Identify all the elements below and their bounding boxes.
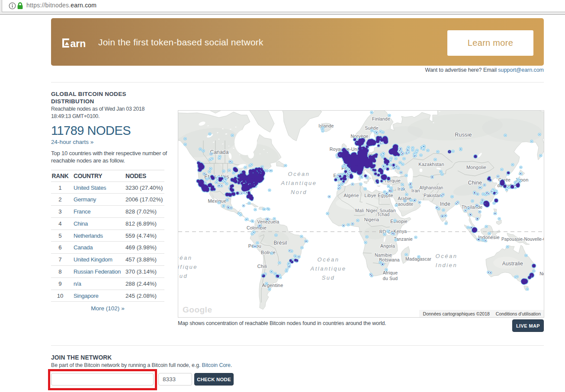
cell-country: United Kingdom	[74, 254, 125, 266]
cell-country: France	[74, 206, 125, 218]
cell-nodes: 812 (6.89%)	[125, 217, 164, 229]
cell-rank: 5	[51, 229, 74, 242]
country-link[interactable]: Germany	[74, 196, 96, 203]
country-link[interactable]: Netherlands	[74, 233, 103, 239]
bitcoin-core-link[interactable]: Bitcoin Core	[202, 362, 231, 368]
table-row: 9n/a288 (2.44%)	[51, 277, 164, 290]
cell-rank: 7	[51, 254, 74, 266]
cell-country: Netherlands	[74, 229, 125, 242]
table-row: 5Netherlands559 (4.74%)	[51, 229, 164, 242]
cell-rank: 6	[51, 242, 74, 254]
charts-link-text: 24-hour charts	[51, 139, 89, 145]
join-description-suffix: .	[231, 362, 232, 368]
cell-country: United States	[74, 182, 125, 194]
cell-country: Germany	[74, 194, 125, 206]
table-row: 2Germany2006 (17.02%)	[51, 194, 164, 206]
map-attribution: Données cartographiques ©2018Conditions …	[419, 310, 544, 317]
col-header-country: COUNTRY	[74, 170, 125, 182]
cell-country: Canada	[74, 242, 125, 254]
cell-nodes: 457 (3.88%)	[125, 254, 164, 266]
cell-rank: 3	[51, 206, 74, 218]
cell-nodes: 469 (3.98%)	[125, 242, 164, 254]
country-table: RANK COUNTRY NODES 1United States3230 (2…	[51, 170, 164, 302]
table-row: 3France828 (7.02%)	[51, 206, 164, 218]
divider-bottom	[51, 345, 544, 346]
col-header-rank: RANK	[51, 170, 74, 182]
charts-link-arrow: »	[90, 139, 94, 145]
cell-rank: 2	[51, 194, 74, 206]
cell-nodes: 370 (3.14%)	[125, 266, 164, 278]
stats-heading: GLOBAL BITCOIN NODES DISTRIBUTION	[51, 90, 142, 105]
updated-timestamp: Reachable nodes as of Wed Jan 03 2018 18…	[51, 105, 162, 121]
country-link[interactable]: Singapore	[74, 293, 98, 299]
more-countries-link[interactable]: More (102) »	[51, 305, 164, 312]
cell-rank: 9	[51, 277, 74, 290]
country-link[interactable]: China	[74, 220, 88, 227]
cell-nodes: 828 (7.02%)	[125, 206, 164, 218]
cell-nodes: 2006 (17.02%)	[125, 194, 164, 206]
top10-paragraph: Top 10 countries with their respective n…	[51, 150, 172, 165]
charts-link[interactable]: 24-hour charts »	[51, 139, 93, 145]
node-count: 11789 NODES	[51, 124, 131, 138]
table-row: 7United Kingdom457 (3.88%)	[51, 254, 164, 266]
terms-link[interactable]: Conditions d'utilisation	[496, 311, 541, 316]
learn-more-button[interactable]: Learn more	[447, 30, 533, 56]
stats-column: GLOBAL BITCOIN NODES DISTRIBUTION Reacha…	[51, 0, 164, 392]
join-heading: JOIN THE NETWORK	[51, 354, 112, 361]
table-row: 6Canada469 (3.98%)	[51, 242, 164, 254]
padlock-icon[interactable]	[17, 2, 23, 12]
cell-country: n/a	[74, 277, 125, 290]
cell-country: Singapore	[74, 290, 125, 302]
cell-country: China	[74, 217, 125, 229]
cell-nodes: 559 (4.74%)	[125, 229, 164, 242]
join-description: Be part of the Bitcoin network by runnin…	[51, 362, 232, 368]
country-link[interactable]: Canada	[74, 244, 93, 251]
more-link-arrow: »	[121, 305, 125, 312]
table-row: 10Singapore245 (2.08%)	[51, 290, 164, 302]
live-map-button[interactable]: LIVE MAP	[512, 319, 544, 332]
world-map-dots	[178, 111, 544, 317]
cell-nodes: 3230 (27.40%)	[125, 182, 164, 194]
country-link[interactable]: France	[74, 208, 90, 215]
cell-nodes: 288 (2.44%)	[125, 277, 164, 290]
page: https://bitnodes.earn.com arn Join the f…	[0, 0, 565, 392]
country-link[interactable]: United Kingdom	[74, 256, 112, 263]
table-row: 8Russian Federation370 (3.14%)	[51, 266, 164, 278]
cell-rank: 10	[51, 290, 74, 302]
cell-rank: 4	[51, 217, 74, 229]
cell-rank: 1	[51, 182, 74, 194]
country-link[interactable]: United States	[74, 185, 106, 191]
node-address-input[interactable]	[51, 373, 154, 386]
table-row: 1United States3230 (27.40%)	[51, 182, 164, 194]
cell-country: Russian Federation	[74, 266, 125, 278]
support-email-link[interactable]: support@earn.com	[498, 67, 544, 73]
country-link[interactable]: n/a	[74, 280, 81, 287]
more-link-text: More (102)	[91, 305, 119, 312]
world-map[interactable]: CanadaÉtats-UnisMexiqueVenezuelaColombie…	[178, 110, 544, 318]
table-row: 4China812 (6.89%)	[51, 217, 164, 229]
cell-nodes: 245 (2.08%)	[125, 290, 164, 302]
google-watermark: Google	[183, 305, 212, 315]
attribution-text: Données cartographiques ©2018	[423, 311, 490, 316]
country-link[interactable]: Russian Federation	[74, 268, 121, 275]
port-input[interactable]	[158, 373, 192, 386]
cell-rank: 8	[51, 266, 74, 278]
map-caption: Map shows concentration of reachable Bit…	[178, 320, 386, 326]
advertise-text: Want to advertise here? Email	[425, 67, 498, 73]
info-icon[interactable]	[9, 2, 16, 11]
join-description-text: Be part of the Bitcoin network by runnin…	[51, 362, 202, 368]
check-node-button[interactable]: CHECK NODE	[194, 373, 234, 386]
col-header-nodes: NODES	[125, 170, 164, 182]
